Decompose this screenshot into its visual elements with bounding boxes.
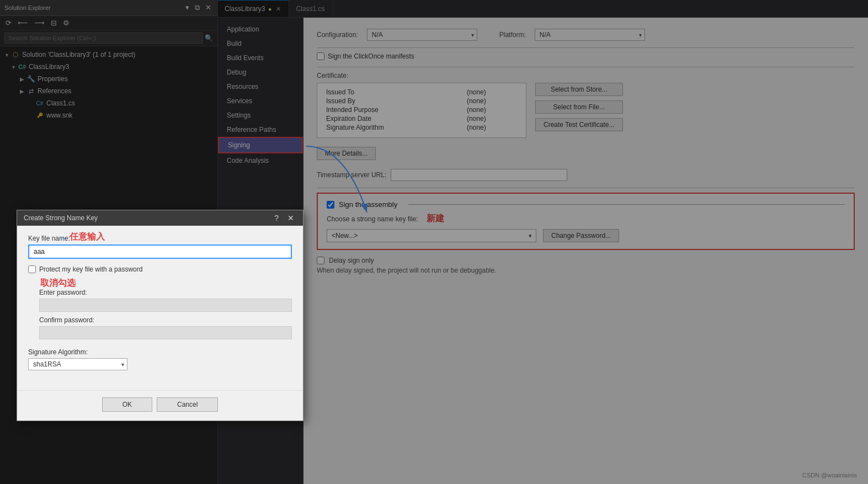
key-file-name-input[interactable]	[28, 244, 292, 259]
protect-checkbox[interactable]	[28, 265, 36, 273]
dialog-footer: OK Cancel	[17, 390, 303, 421]
dialog-cancel-btn[interactable]: Cancel	[157, 397, 218, 412]
dialog-titlebar: Create Strong Name Key ? ✕	[17, 210, 303, 226]
dialog-title: Create Strong Name Key	[24, 214, 98, 222]
keyname-row: ← 任意输入	[28, 244, 292, 259]
enter-pw-section: Enter password:	[28, 289, 292, 312]
create-key-dialog: Create Strong Name Key ? ✕ Key file name…	[17, 210, 303, 421]
dialog-ok-btn[interactable]: OK	[102, 397, 152, 412]
keyname-label: Key file name:	[28, 235, 292, 242]
confirm-pw-input	[39, 326, 292, 339]
protect-wrapper: Protect my key file with a password 取消勾选	[28, 265, 292, 273]
sig-alg-label: Signature Algorithm:	[28, 348, 292, 356]
sig-alg-field: Signature Algorithm: sha1RSA sha256RSA	[28, 348, 292, 370]
protect-label: Protect my key file with a password	[39, 265, 142, 273]
enter-pw-input	[39, 299, 292, 312]
enter-pw-label: Enter password:	[39, 289, 292, 296]
dialog-keyname-field: Key file name: ← 任意输入	[28, 235, 292, 259]
dialog-help-btn[interactable]: ?	[272, 214, 281, 222]
dialog-controls: ? ✕	[272, 214, 296, 222]
sig-alg-select[interactable]: sha1RSA sha256RSA	[28, 358, 127, 370]
cancel-check-label: 取消勾选	[40, 278, 76, 289]
confirm-pw-section: Confirm password:	[28, 316, 292, 339]
dialog-close-btn[interactable]: ✕	[285, 214, 296, 222]
sig-alg-select-wrap: sha1RSA sha256RSA	[28, 358, 127, 370]
confirm-pw-label: Confirm password:	[39, 316, 292, 324]
dialog-body: Key file name: ← 任意输入 Protect my key fil…	[17, 226, 303, 386]
protect-row: Protect my key file with a password	[28, 265, 292, 273]
